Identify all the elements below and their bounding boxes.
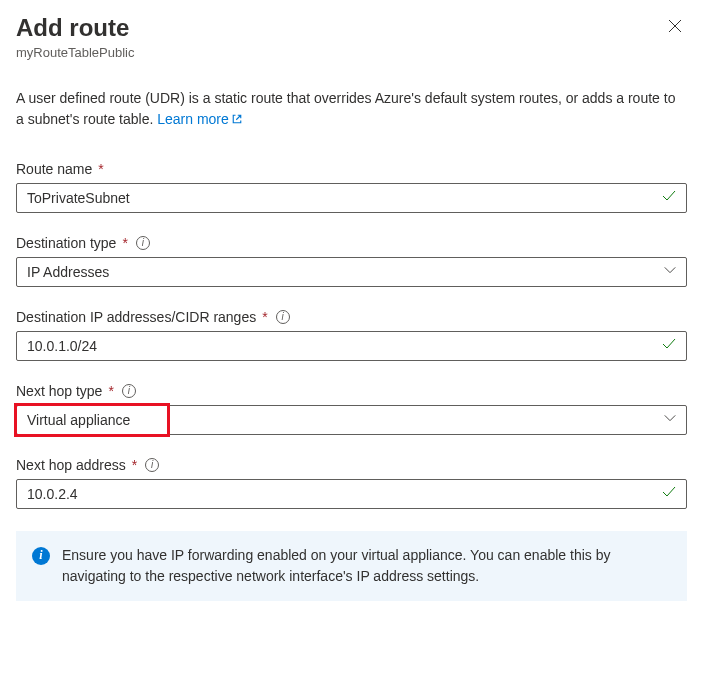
description-text: A user defined route (UDR) is a static r… xyxy=(16,88,687,131)
next-hop-address-input[interactable] xyxy=(16,479,687,509)
learn-more-link[interactable]: Learn more xyxy=(157,111,243,127)
panel-subtitle: myRouteTablePublic xyxy=(16,45,687,60)
destination-cidr-field: Destination IP addresses/CIDR ranges* i xyxy=(16,309,687,361)
destination-cidr-label: Destination IP addresses/CIDR ranges* i xyxy=(16,309,687,325)
required-indicator: * xyxy=(122,235,127,251)
next-hop-type-select[interactable]: Virtual appliance xyxy=(16,405,687,435)
route-name-field: Route name* xyxy=(16,161,687,213)
required-indicator: * xyxy=(262,309,267,325)
info-icon[interactable]: i xyxy=(136,236,150,250)
info-panel-icon: i xyxy=(32,547,50,565)
panel-title: Add route xyxy=(16,14,129,43)
next-hop-address-field: Next hop address* i xyxy=(16,457,687,509)
route-name-label: Route name* xyxy=(16,161,687,177)
destination-cidr-input[interactable] xyxy=(16,331,687,361)
destination-type-select[interactable]: IP Addresses xyxy=(16,257,687,287)
route-name-input[interactable] xyxy=(16,183,687,213)
next-hop-type-field: Next hop type* i Virtual appliance xyxy=(16,383,687,435)
next-hop-address-label: Next hop address* i xyxy=(16,457,687,473)
info-panel: i Ensure you have IP forwarding enabled … xyxy=(16,531,687,601)
required-indicator: * xyxy=(132,457,137,473)
close-icon xyxy=(667,18,683,34)
required-indicator: * xyxy=(108,383,113,399)
destination-type-label: Destination type* i xyxy=(16,235,687,251)
external-link-icon xyxy=(231,110,243,131)
destination-type-field: Destination type* i IP Addresses xyxy=(16,235,687,287)
info-icon[interactable]: i xyxy=(122,384,136,398)
next-hop-type-label: Next hop type* i xyxy=(16,383,687,399)
info-icon[interactable]: i xyxy=(276,310,290,324)
info-icon[interactable]: i xyxy=(145,458,159,472)
info-panel-text: Ensure you have IP forwarding enabled on… xyxy=(62,545,671,587)
description-body: A user defined route (UDR) is a static r… xyxy=(16,90,675,127)
required-indicator: * xyxy=(98,161,103,177)
close-button[interactable] xyxy=(663,14,687,41)
